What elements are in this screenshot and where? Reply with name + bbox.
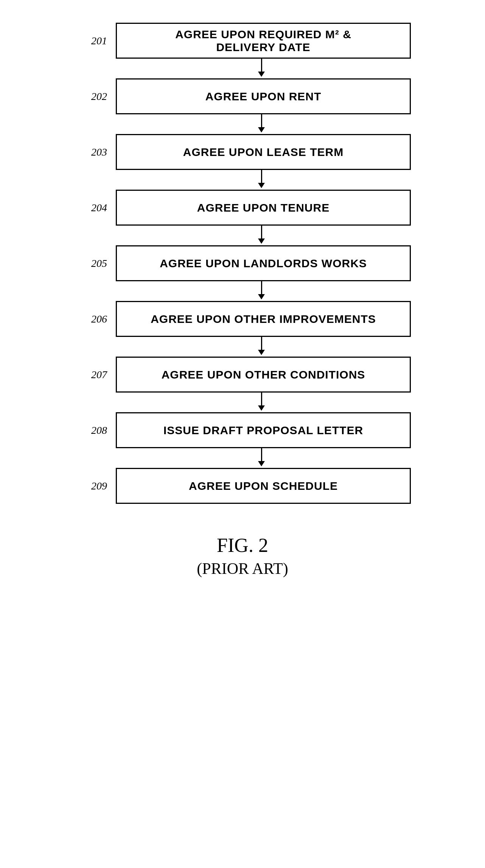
box-wrapper-2: AGREE UPON RENT (114, 78, 413, 114)
arrow-line-7 (261, 393, 262, 407)
arrow-head-1 (258, 72, 265, 77)
step-label-area-2: 202 (72, 90, 114, 103)
flow-box-text-9: AGREE UPON SCHEDULE (189, 480, 338, 492)
flow-box-3: AGREE UPON LEASE TERM (116, 134, 411, 170)
page-container: 201AGREE UPON REQUIRED M² &DELIVERY DATE… (0, 0, 485, 868)
step-label-9: 209 (91, 480, 107, 492)
step-label-3: 203 (91, 146, 107, 158)
diagram-area: 201AGREE UPON REQUIRED M² &DELIVERY DATE… (72, 23, 413, 504)
arrow-head-6 (258, 350, 265, 355)
box-wrapper-1: AGREE UPON REQUIRED M² &DELIVERY DATE (114, 23, 413, 59)
flow-row-5: 205AGREE UPON LANDLORDS WORKS (72, 245, 413, 281)
arrow-head-2 (258, 127, 265, 132)
flow-box-1: AGREE UPON REQUIRED M² &DELIVERY DATE (116, 23, 411, 59)
box-wrapper-6: AGREE UPON OTHER IMPROVEMENTS (114, 301, 413, 337)
flow-row-9: 209AGREE UPON SCHEDULE (72, 468, 413, 504)
box-wrapper-4: AGREE UPON TENURE (114, 190, 413, 226)
arrow-line-4 (261, 226, 262, 240)
flow-row-7: 207AGREE UPON OTHER CONDITIONS (72, 357, 413, 393)
step-label-area-6: 206 (72, 313, 114, 325)
box-wrapper-5: AGREE UPON LANDLORDS WORKS (114, 245, 413, 281)
flow-box-text-1: AGREE UPON REQUIRED M² &DELIVERY DATE (175, 28, 351, 54)
arrow-head-5 (258, 294, 265, 299)
box-wrapper-7: AGREE UPON OTHER CONDITIONS (114, 357, 413, 393)
flow-row-8: 208ISSUE DRAFT PROPOSAL LETTER (72, 412, 413, 448)
figure-caption: FIG. 2 (PRIOR ART) (197, 534, 288, 578)
flow-row-3: 203AGREE UPON LEASE TERM (72, 134, 413, 170)
figure-number: FIG. 2 (197, 534, 288, 556)
flow-row-2: 202AGREE UPON RENT (72, 78, 413, 114)
flow-box-4: AGREE UPON TENURE (116, 190, 411, 226)
arrow-line-6 (261, 337, 262, 351)
step-label-area-7: 207 (72, 369, 114, 381)
step-label-area-5: 205 (72, 257, 114, 270)
flow-row-4: 204AGREE UPON TENURE (72, 190, 413, 226)
flow-row-6: 206AGREE UPON OTHER IMPROVEMENTS (72, 301, 413, 337)
arrow-head-4 (258, 238, 265, 244)
step-label-4: 204 (91, 202, 107, 214)
flow-box-text-7: AGREE UPON OTHER CONDITIONS (162, 368, 365, 381)
step-label-7: 207 (91, 369, 107, 381)
flow-box-8: ISSUE DRAFT PROPOSAL LETTER (116, 412, 411, 448)
step-label-6: 206 (91, 313, 107, 325)
flow-box-7: AGREE UPON OTHER CONDITIONS (116, 357, 411, 393)
arrow-head-3 (258, 183, 265, 188)
arrow-line-1 (261, 59, 262, 73)
flow-box-text-6: AGREE UPON OTHER IMPROVEMENTS (151, 313, 376, 326)
arrow-line-8 (261, 448, 262, 463)
arrow-line-3 (261, 170, 262, 184)
arrow-head-7 (258, 405, 265, 411)
flow-row-1: 201AGREE UPON REQUIRED M² &DELIVERY DATE (72, 23, 413, 59)
box-wrapper-3: AGREE UPON LEASE TERM (114, 134, 413, 170)
flow-box-text-3: AGREE UPON LEASE TERM (183, 146, 344, 159)
step-label-2: 202 (91, 90, 107, 103)
step-label-area-4: 204 (72, 202, 114, 214)
arrow-line-2 (261, 114, 262, 129)
flow-box-text-2: AGREE UPON RENT (205, 90, 322, 103)
flow-box-2: AGREE UPON RENT (116, 78, 411, 114)
arrow-line-5 (261, 281, 262, 296)
step-label-area-3: 203 (72, 146, 114, 158)
flow-box-9: AGREE UPON SCHEDULE (116, 468, 411, 504)
step-label-1: 201 (91, 35, 107, 47)
arrow-head-8 (258, 461, 265, 466)
box-wrapper-9: AGREE UPON SCHEDULE (114, 468, 413, 504)
flow-box-text-5: AGREE UPON LANDLORDS WORKS (160, 257, 367, 270)
figure-subtitle: (PRIOR ART) (197, 559, 288, 578)
step-label-area-8: 208 (72, 424, 114, 436)
flow-box-text-4: AGREE UPON TENURE (197, 201, 330, 214)
arrow-2 (72, 114, 413, 134)
flow-box-text-8: ISSUE DRAFT PROPOSAL LETTER (163, 424, 363, 437)
arrow-6 (72, 337, 413, 357)
step-label-area-1: 201 (72, 35, 114, 47)
step-label-5: 205 (91, 257, 107, 270)
arrow-8 (72, 448, 413, 468)
step-label-area-9: 209 (72, 480, 114, 492)
flow-box-5: AGREE UPON LANDLORDS WORKS (116, 245, 411, 281)
arrow-3 (72, 170, 413, 190)
arrow-7 (72, 393, 413, 412)
step-label-8: 208 (91, 424, 107, 436)
flow-box-6: AGREE UPON OTHER IMPROVEMENTS (116, 301, 411, 337)
arrow-1 (72, 59, 413, 78)
arrow-5 (72, 281, 413, 301)
arrow-4 (72, 226, 413, 245)
box-wrapper-8: ISSUE DRAFT PROPOSAL LETTER (114, 412, 413, 448)
